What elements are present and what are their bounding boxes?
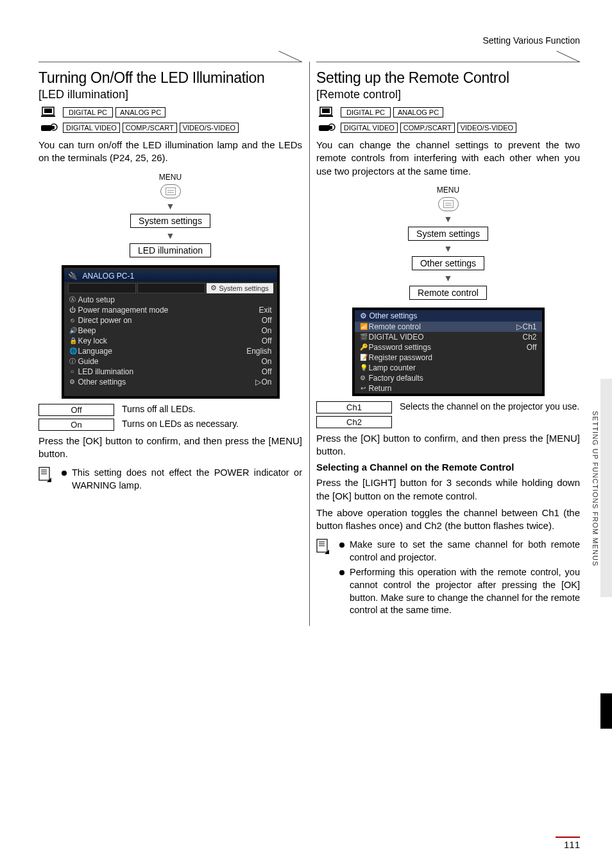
row-label: Guide [78,357,99,366]
row-icon: 💡 [360,364,366,371]
osd-tab [68,283,136,293]
corner-slash [554,62,580,81]
row-icon: 🎬 [360,333,366,340]
sources-row-1: DIGITAL PC ANALOG PC [316,105,580,119]
osd-row: 🔒Key lockOff [64,336,277,346]
down-arrow-icon: ▼ [444,214,453,224]
flow-step: System settings [130,214,210,228]
row-icon: 🔒 [69,337,76,344]
option-desc: Turns on LEDs as necessary. [122,419,302,429]
option-desc: Selects the channel on the projector you… [400,401,580,412]
press-ok-text: Press the [OK] button to confirm, and th… [316,432,580,458]
row-label: Auto setup [78,295,115,304]
right-subtitle: [Remote control] [316,88,580,101]
source-box: VIDEO/S-VIDEO [180,123,239,133]
osd-row: ⏻Power management modeExit [64,305,277,315]
row-icon: ⓘ [69,357,76,366]
row-label: Return [369,384,392,393]
osd-row: ○LED illuminationOff [64,367,277,377]
row-value: Off [527,343,537,352]
row-label: Direct power on [78,316,132,325]
row-icon: ⏻ [69,306,76,313]
svg-rect-12 [322,108,330,113]
right-title: Setting up the Remote Control [316,69,580,87]
row-icon: Ⓐ [69,295,76,304]
flow-step: LED illumination [130,243,211,257]
left-title: Turning On/Off the LED Illumination [38,69,302,87]
source-box: DIGITAL PC [341,107,391,117]
option-label-box: Ch2 [316,416,392,428]
bullet-icon [339,542,344,548]
row-icon: 📶 [360,323,366,330]
osd-screenshot: 🔌 ANALOG PC-1 ⚙System settings ⒶAuto set… [62,265,280,399]
row-icon: 🔑 [360,343,366,351]
row-value: On [261,326,271,335]
menu-flow: MENU ▼ System settings ▼ LED illuminatio… [38,173,302,257]
osd-rows: 📶Remote control▷Ch1🎬DIGITAL VIDEOCh2🔑Pas… [355,322,542,394]
row-value: Exit [259,306,271,315]
row-label: Language [78,347,112,356]
column-divider [309,62,310,626]
press-ok-text: Press the [OK] button to confirm, and th… [38,435,302,461]
plug-icon: 🔌 [68,272,78,281]
svg-rect-3 [41,125,51,131]
right-intro: You can change the channel settings to p… [316,139,580,178]
row-label: Register password [369,353,432,362]
option-label-box: On [38,419,114,431]
osd-row: ⒶAuto setup [64,295,277,305]
row-icon: ⚙ [360,374,366,381]
down-arrow-icon: ▼ [444,243,453,254]
option-row: OnTurns on LEDs as necessary. [38,419,302,431]
row-label: Key lock [78,336,107,345]
osd-row: 📝Register password [355,352,542,363]
source-box: COMP./SCART [123,123,177,133]
osd-row: 💡Lamp counter [355,363,542,373]
flow-step: Other settings [412,256,484,270]
menu-flow: MENU ▼ System settings ▼ Other settings … [316,186,580,300]
osd-row: ⚙Factory defaults [355,373,542,383]
flow-step: Remote control [409,286,487,300]
flow-label-menu: MENU [437,186,459,195]
row-value: English [246,347,271,356]
source-box: VIDEO/S-VIDEO [457,123,517,133]
source-box: ANALOG PC [115,107,166,117]
row-label: Lamp counter [369,363,416,372]
osd-row: 🔊BeepOn [64,326,277,336]
option-desc: Turns off all LEDs. [122,404,302,414]
row-icon: 📝 [360,354,366,361]
osd-row: 🌐LanguageEnglish [64,346,277,356]
row-value: On [261,357,271,366]
row-label: Beep [78,326,96,335]
down-arrow-icon: ▼ [444,273,453,283]
section-rule [316,62,580,62]
flow-step: System settings [408,227,488,241]
source-box: ANALOG PC [393,107,443,117]
option-label-box: Off [38,404,114,416]
bullet-icon [62,471,67,476]
row-icon: ⚙ [69,378,76,385]
note-icon [316,539,332,619]
computer-icon [38,105,60,119]
wrench-icon: ⚙ [360,311,367,320]
osd-title-text: Other settings [370,311,418,320]
source-box: DIGITAL PC [63,107,113,117]
note-text: Make sure to set the same channel for bo… [350,539,580,564]
row-value: Off [262,336,272,345]
osd-row: 📶Remote control▷Ch1 [355,322,542,332]
osd-row: ⎋Direct power onOff [64,315,277,326]
video-camera-icon [316,121,338,135]
left-subtitle: [LED illumination] [38,88,302,101]
corner-slash [276,62,302,81]
option-row: OffTurns off all LEDs. [38,404,302,416]
row-label: LED illumination [78,367,134,376]
row-icon: ○ [69,368,76,375]
option-label-box: Ch1 [316,401,392,413]
source-box: COMP./SCART [400,123,455,133]
menu-button-icon [160,184,181,198]
row-label: Remote control [369,322,421,331]
row-value: Ch2 [522,333,536,342]
bullet-icon [339,570,344,575]
note-icon [38,467,54,494]
left-intro: You can turn on/off the LED illumination… [38,139,302,165]
row-label: Other settings [78,378,126,386]
